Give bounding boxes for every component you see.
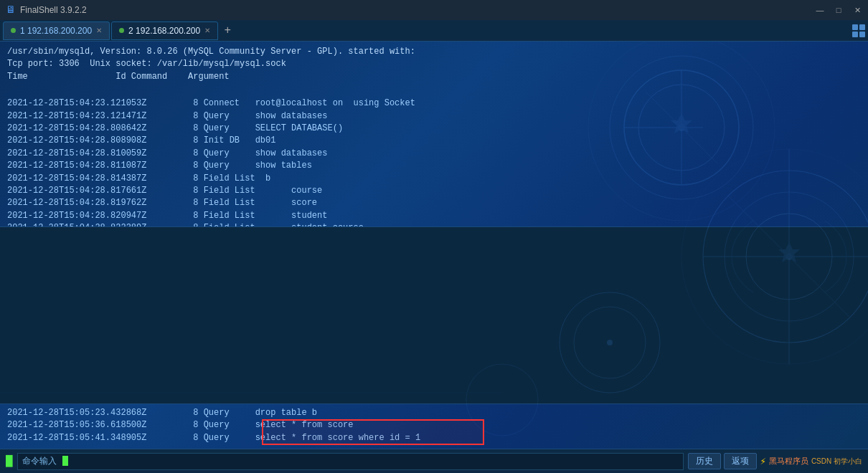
cmd-label: 命令输入 [22,455,57,467]
term-line: 2021-12-28T15:04:28.808908Z 8 Init DB db… [7,135,861,147]
term-line: 2021-12-28T15:04:28.814387Z 8 Field List… [7,173,861,185]
grid-cell-3 [852,32,858,37]
term-line: 2021-12-28T15:04:28.811087Z 8 Query show… [7,160,861,172]
tab-2-status-dot [119,28,124,33]
term-line-select1: 2021-12-28T15:05:36.618500Z 8 Query sele… [7,419,861,431]
term-line: 2021-12-28T15:04:28.810059Z 8 Query show… [7,148,861,160]
tabbar: 1 192.168.200.200 ✕ 2 192.168.200.200 ✕ … [0,20,868,42]
term-line-empty [7,83,861,90]
tab-1-close[interactable]: ✕ [96,27,102,34]
cursor-block [62,456,68,466]
status-indicator: █ [6,455,13,468]
maximize-button[interactable]: □ [834,5,844,15]
lightning-icon: ⚡ [760,455,765,467]
term-line: 2021-12-28T15:04:28.820947Z 8 Field List… [7,210,861,222]
term-line: 2021-12-28T15:04:28.808642Z 8 Query SELE… [7,123,861,135]
term-line: 2021-12-28T15:04:23.121471Z 8 Query show… [7,110,861,123]
minimize-button[interactable]: — [815,5,825,15]
term-line: 2021-12-28T15:04:28.817661Z 8 Field List… [7,185,861,197]
csdn-text: CSDN 初学小白 [811,457,862,467]
new-tab-button[interactable]: + [220,23,235,39]
grid-cell-1 [852,24,858,30]
term-line: 2021-12-28T15:04:28.819762Z 8 Field List… [7,197,861,209]
titlebar: 🖥 FinalShell 3.9.2.2 — □ ✕ [0,0,868,20]
terminal-separator [0,226,868,404]
bottombar: █ 命令输入 历史 返项 ⚡ 黑马程序员 CSDN 初学小白 [0,449,868,473]
term-line-drop: 2021-12-28T15:05:23.432868Z 8 Query drop… [7,407,861,419]
highlighted-section: 2021-12-28T15:05:36.618500Z 8 Query sele… [7,419,861,444]
tab-2[interactable]: 2 192.168.200.200 ✕ [111,22,218,40]
term-line: 2021-12-28T15:04:23.121053Z 8 Connect ro… [7,97,861,110]
tabbar-actions [852,24,865,37]
command-input-area: 命令输入 [17,453,684,470]
term-line: Tcp port: 3306 Unix socket: /var/lib/mys… [7,58,861,70]
terminal-content-top: /usr/sbin/mysqld, Version: 8.0.26 (MySQL… [0,42,868,226]
term-line-select2: 2021-12-28T15:05:41.348905Z 8 Query sele… [7,432,861,444]
term-line: Time Id Command Argument [7,71,861,83]
history-button[interactable]: 历史 [688,453,721,469]
term-line: /usr/sbin/mysqld, Version: 8.0.26 (MySQL… [7,46,861,58]
send-button[interactable]: 返项 [724,453,757,469]
tab-2-label: 2 192.168.200.200 [128,26,200,36]
cmd-cursor [62,456,68,466]
close-button[interactable]: ✕ [852,5,862,15]
grid-cell-2 [859,24,865,30]
tab-1-label: 1 192.168.200.200 [20,26,92,36]
app-icon: 🖥 [6,4,16,16]
bottom-right-controls: 历史 返项 ⚡ 黑马程序员 CSDN 初学小白 [688,453,862,469]
term-line-empty [7,90,861,97]
tab-1[interactable]: 1 192.168.200.200 ✕ [3,22,110,40]
tab-status-dot [11,28,16,33]
term-line: 2021-12-28T15:04:28.822389Z 8 Field List… [7,222,861,226]
terminal-wrapper: /usr/sbin/mysqld, Version: 8.0.26 (MySQL… [0,42,868,449]
terminal-content-bottom: 2021-12-28T15:05:23.432868Z 8 Query drop… [0,404,868,449]
app-title: FinalShell 3.9.2.2 [20,5,87,15]
titlebar-left: 🖥 FinalShell 3.9.2.2 [6,4,87,16]
grid-cell-4 [859,32,865,37]
grid-view-button[interactable] [852,24,865,37]
titlebar-controls[interactable]: — □ ✕ [815,5,862,15]
tab-2-close[interactable]: ✕ [204,27,210,34]
logo-text: 黑马程序员 [769,456,808,467]
